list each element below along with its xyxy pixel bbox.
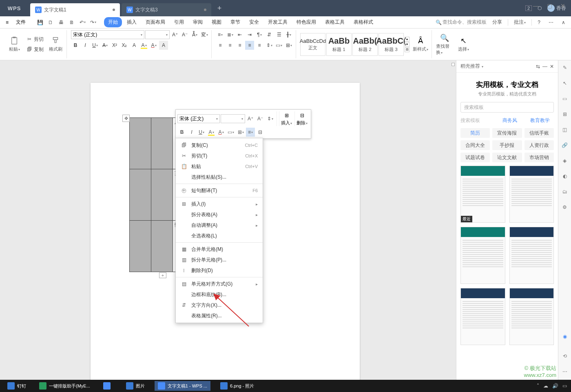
cut-button[interactable]: ✂剪切 xyxy=(24,35,45,44)
layout-icon[interactable]: ⊞ xyxy=(561,110,569,118)
new-tab-button[interactable]: + xyxy=(211,0,228,16)
template-thumb[interactable]: 最近 xyxy=(460,166,505,223)
save-icon[interactable]: 💾 xyxy=(35,18,44,27)
tools-icon[interactable]: ⋯ xyxy=(561,368,569,376)
number-list-icon[interactable]: ≣▾ xyxy=(226,30,235,39)
scroll-up-icon[interactable]: ▴ xyxy=(405,37,409,42)
docs-icon[interactable]: 🗂 xyxy=(561,188,569,196)
underline-button[interactable]: U▾ xyxy=(91,41,100,50)
expand-gallery-icon[interactable]: ⊟ xyxy=(405,47,409,52)
cat-手抄报[interactable]: 手抄报 xyxy=(492,140,522,150)
table-move-handle-icon[interactable]: ✥ xyxy=(122,115,130,122)
maximize-icon[interactable]: ▢ xyxy=(544,2,555,10)
ctx-删除列(D)[interactable]: ⫶ 删除列(D) xyxy=(176,265,263,276)
link-icon[interactable]: 🔗 xyxy=(561,141,569,149)
ctx-边框和底纹(B)...[interactable]: 边框和底纹(B)... xyxy=(176,289,263,300)
more-icon[interactable]: ◉ xyxy=(561,332,569,341)
border-button[interactable]: ⊞▾ xyxy=(236,128,245,137)
cat-试题试卷[interactable]: 试题试卷 xyxy=(460,153,490,162)
underline-button[interactable]: U▾ xyxy=(197,128,206,137)
scroll-down-icon[interactable]: ▾ xyxy=(405,42,409,47)
align-left-icon[interactable]: ≡ xyxy=(216,41,225,50)
undo-icon[interactable]: ↶▾ xyxy=(78,18,87,27)
change-case-button[interactable]: A xyxy=(130,41,139,50)
add-row-icon[interactable]: + xyxy=(159,272,166,278)
ctx-短句翻译(T)[interactable]: ㊥ 短句翻译(T) F6 xyxy=(176,185,263,196)
file-menu[interactable]: 文件 xyxy=(13,18,29,27)
menu-tab-8[interactable]: 开发工具 xyxy=(264,17,292,27)
italic-button[interactable]: I xyxy=(81,41,90,50)
task-[interactable] xyxy=(100,381,116,391)
distribute-icon[interactable]: ≡ xyxy=(255,41,264,50)
settings-icon[interactable]: ⚙ xyxy=(561,203,569,211)
style-标题 1[interactable]: AaBb标题 1 xyxy=(326,33,352,56)
format-painter-button[interactable]: 格式刷 xyxy=(47,30,64,58)
ctx-拆分表格(A)[interactable]: 拆分表格(A) ▸ xyxy=(176,209,263,220)
line-spacing-icon[interactable]: ⇕▾ xyxy=(266,114,274,123)
history-icon[interactable]: ⟲ xyxy=(561,352,569,360)
decrease-font-icon[interactable]: A⁻ xyxy=(180,30,189,39)
align-center-icon[interactable]: ≡ xyxy=(226,41,235,50)
document-area[interactable]: ✥ 历史 英语 数学 + xyxy=(0,60,450,392)
style-标题 3[interactable]: AaBbC(标题 3 xyxy=(378,33,404,56)
ctx-选择性粘贴(S)...[interactable]: 选择性粘贴(S)... xyxy=(176,172,263,182)
components-icon[interactable]: ◫ xyxy=(561,126,569,134)
ctx-单元格对齐方式(G)[interactable]: ▤ 单元格对齐方式(G) ▸ xyxy=(176,279,263,289)
increase-font-icon[interactable]: A⁺ xyxy=(246,114,255,123)
print-preview-icon[interactable]: 🗋 xyxy=(46,18,55,27)
task-钉钉[interactable]: 钉钉 xyxy=(4,381,29,391)
template-thumb[interactable] xyxy=(509,166,554,223)
tray-up-icon[interactable]: ˄ xyxy=(537,383,539,389)
char-shading-button[interactable]: A xyxy=(159,41,168,50)
align-justify-icon[interactable]: ≡ xyxy=(245,41,254,50)
bullet-list-icon[interactable]: ≡▾ xyxy=(216,30,225,39)
comment-button[interactable]: 批注▾ xyxy=(511,18,528,27)
close-panel-icon[interactable]: ✕ xyxy=(550,64,554,69)
highlight-button[interactable]: A▾ xyxy=(139,41,148,50)
tray-volume-icon[interactable]: 🔊 xyxy=(552,383,558,389)
cat-人资行政[interactable]: 人资行政 xyxy=(525,140,554,150)
text-dir-icon[interactable]: ¶▾ xyxy=(255,30,264,39)
tab-education[interactable]: 教育教学 xyxy=(526,116,554,126)
table-cell[interactable] xyxy=(151,118,173,169)
doc-view-icon[interactable]: 🗎 xyxy=(67,18,76,27)
menu-tab-1[interactable]: 插入 xyxy=(123,17,141,27)
cursor-icon[interactable]: ↖ xyxy=(561,79,569,87)
clear-format-icon[interactable]: Ẫ▾ xyxy=(190,30,199,39)
find-replace-button[interactable]: 🔍 查找替换▾ xyxy=(436,30,453,58)
decrease-indent-icon[interactable]: ⇤ xyxy=(235,30,244,39)
template-thumb[interactable] xyxy=(509,227,554,284)
copy-button[interactable]: 🗐复制 xyxy=(24,45,45,54)
shading-icon[interactable]: ▭▾ xyxy=(274,41,283,50)
align-dist-icon[interactable]: ☰ xyxy=(274,30,283,39)
menu-tab-0[interactable]: 开始 xyxy=(104,17,122,27)
menu-tab-6[interactable]: 章节 xyxy=(226,17,244,27)
doc-tab-1[interactable]: W 文字文稿1 xyxy=(30,3,120,16)
menu-tab-2[interactable]: 页面布局 xyxy=(142,17,169,27)
ctx-全选表格(L)[interactable]: 全选表格(L) xyxy=(176,230,263,241)
ctx-自动调整(A)[interactable]: 自动调整(A) ▸ xyxy=(176,220,263,230)
ctx-插入(I)[interactable]: ⊞ 插入(I) ▸ xyxy=(176,199,263,209)
ctx-合并单元格(M)[interactable]: ▦ 合并单元格(M) xyxy=(176,244,263,255)
drag-handle-icon[interactable] xyxy=(451,63,455,66)
table-cell[interactable] xyxy=(151,169,173,221)
shading-button[interactable]: ▭▾ xyxy=(226,128,235,137)
align-right-icon[interactable]: ≡ xyxy=(235,41,244,50)
border-icon[interactable]: ⊞▾ xyxy=(284,41,293,50)
cat-市场营销[interactable]: 市场营销 xyxy=(525,153,554,162)
more-button[interactable]: ⋯ xyxy=(546,18,556,27)
edit-icon[interactable]: ✎ xyxy=(561,64,569,72)
font-color-button[interactable]: A▾ xyxy=(149,41,158,50)
line-tight-icon[interactable]: ⇵ xyxy=(265,30,274,39)
template-thumb[interactable] xyxy=(460,288,505,345)
ctx-表格属性(R)...[interactable]: 表格属性(R)... xyxy=(176,310,263,321)
table-cell[interactable] xyxy=(130,118,151,169)
increase-indent-icon[interactable]: ⇥ xyxy=(245,30,254,39)
cat-简历[interactable]: 简历 xyxy=(460,128,490,138)
font-color-button[interactable]: A▾ xyxy=(217,128,226,137)
print-icon[interactable]: 🖶 xyxy=(57,18,66,27)
ctx-文字方向(X)...[interactable]: ⇵ 文字方向(X)... xyxy=(176,300,263,310)
task-文字文稿1 - WPS ...[interactable]: 文字文稿1 - WPS ... xyxy=(155,381,210,391)
menu-tab-7[interactable]: 安全 xyxy=(245,17,263,27)
cat-论文文献[interactable]: 论文文献 xyxy=(492,153,522,162)
